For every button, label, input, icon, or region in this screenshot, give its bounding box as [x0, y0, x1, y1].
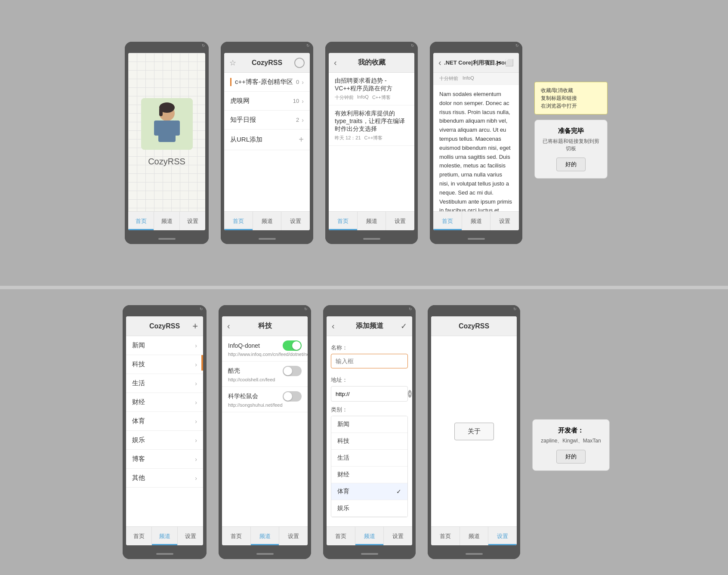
channel-news[interactable]: 新闻 › [126, 336, 203, 355]
feed-item-1[interactable]: 由招聘要求看趋势 - VC++程序员路在何方 十分钟前 InfoQ C++博客 [329, 73, 414, 105]
dialog-ok-btn[interactable]: 好的 [556, 158, 586, 171]
back-btn-7[interactable]: ‹ [332, 321, 335, 331]
channel-squirrel[interactable]: 科学松鼠会 http://songshuhui.net/feed [222, 387, 308, 412]
channel-detail-content: InfoQ-donet http://www.infoq.com/cn/feed… [222, 336, 308, 526]
nav-settings-8[interactable]: 设置 [488, 527, 517, 545]
nav-settings-3[interactable]: 设置 [386, 212, 414, 230]
nav-channel-5[interactable]: 频道 [152, 527, 178, 545]
dev-content: zapline、Kingwl、MaxTan [540, 437, 602, 445]
svg-rect-2 [158, 121, 176, 142]
bottom-nav-2: 首页 频道 设置 [224, 211, 310, 230]
nav-settings-5[interactable]: 设置 [178, 527, 203, 545]
address-label: 地址： [331, 376, 408, 384]
channel-list-title: CozyRSS [149, 322, 180, 330]
list-item-add-url[interactable]: 从URL添加 + [224, 130, 310, 150]
scissors-icon[interactable]: ✂ [496, 59, 502, 67]
nav-settings-4[interactable]: 设置 [490, 212, 519, 230]
channel-life[interactable]: 生活 › [126, 374, 203, 393]
nav-home-2[interactable]: 首页 [224, 212, 253, 230]
nav-home-1[interactable]: 首页 [128, 212, 154, 230]
about-button[interactable]: 关于 [454, 423, 494, 440]
address-input[interactable] [336, 391, 408, 397]
dev-ok-btn[interactable]: 好的 [556, 450, 586, 464]
feed-title-2: 有效利用标准库提供的type_traits，让程序在编译时作出分支选择 [335, 110, 408, 133]
channel-list-content: 新闻 › 科技 › 生活 › [126, 336, 203, 526]
channel-infoq[interactable]: InfoQ-donet http://www.infoq.com/cn/feed… [222, 336, 308, 362]
infoq-name: InfoQ-donet [228, 342, 260, 349]
list-item-huxiu[interactable]: 虎嗅网 10 › [224, 92, 310, 111]
channel-finance[interactable]: 财经 › [126, 393, 203, 412]
feed-item-2[interactable]: 有效利用标准库提供的type_traits，让程序在编译时作出分支选择 昨天 1… [329, 105, 414, 146]
nav-home-3[interactable]: 首页 [329, 212, 358, 230]
nav-home-6[interactable]: 首页 [222, 527, 251, 545]
nav-home-8[interactable]: 首页 [431, 527, 460, 545]
list-label-2: 知乎日报 [230, 116, 256, 124]
squirrel-toggle[interactable] [283, 391, 302, 402]
nav-channel-2[interactable]: 频道 [253, 212, 282, 230]
back-btn-3[interactable]: ‹ [334, 58, 337, 68]
cat-sports[interactable]: 体育 ✓ [331, 483, 407, 500]
svg-rect-3 [154, 121, 160, 136]
phone-4: ↻ ‹ .NET Core|利用项目.json ☆ ✂ ⬜ 十分钟前 In [430, 42, 522, 244]
cat-tech[interactable]: 科技 [331, 433, 407, 450]
channel-blog[interactable]: 博客 › [126, 450, 203, 469]
cat-entertainment-label: 娱乐 [337, 504, 349, 512]
status-bar-5: ↻ [123, 305, 207, 313]
nav-settings-1[interactable]: 设置 [180, 212, 205, 230]
back-btn-6[interactable]: ‹ [227, 321, 230, 331]
channel-tech[interactable]: 科技 › [126, 355, 203, 374]
nav-channel-3[interactable]: 频道 [358, 212, 386, 230]
back-btn-4[interactable]: ‹ [438, 58, 441, 68]
channel-sports[interactable]: 体育 › [126, 412, 203, 431]
list-item-cpp[interactable]: c++博客-原创精华区 0 › [224, 73, 310, 92]
home-indicator-1 [158, 238, 176, 240]
phone-bottom-1 [125, 234, 209, 244]
settings-content: 关于 [431, 336, 517, 526]
bottom-nav-3: 首页 频道 设置 [329, 211, 414, 230]
screen-header-7: ‹ 添加频道 ✓ [327, 316, 412, 336]
cat-finance[interactable]: 财经 [331, 467, 407, 483]
chevron-1: › [302, 98, 304, 105]
name-input[interactable] [331, 354, 408, 368]
address-input-wrapper: ✕ [331, 386, 408, 402]
star-icon-header[interactable]: ☆ [229, 58, 236, 68]
confirm-btn[interactable]: ✓ [401, 322, 407, 331]
coolshell-url: http://coolshell.cn/feed [228, 377, 302, 382]
phone-bottom-7 [323, 549, 416, 559]
nav-channel-1[interactable]: 频道 [154, 212, 180, 230]
feed-time-1: 十分钟前 [335, 94, 354, 101]
channel-entertainment[interactable]: 娱乐 › [126, 431, 203, 450]
nav-settings-7[interactable]: 设置 [384, 527, 412, 545]
nav-channel-4[interactable]: 频道 [462, 212, 491, 230]
add-channel-btn[interactable]: + [192, 321, 198, 332]
cat-entertainment[interactable]: 娱乐 [331, 500, 407, 517]
logo-image [141, 98, 193, 150]
channel-other[interactable]: 其他 › [126, 469, 203, 488]
nav-settings-2[interactable]: 设置 [281, 212, 310, 230]
feed-source-1: InfoQ [357, 94, 369, 101]
nav-channel-7[interactable]: 频道 [355, 527, 384, 545]
clear-address-btn[interactable]: ✕ [408, 390, 412, 398]
cat-news[interactable]: 新闻 [331, 416, 407, 433]
cat-tech-label: 科技 [337, 437, 349, 445]
channel-detail-title: 科技 [258, 322, 272, 331]
nav-home-5[interactable]: 首页 [126, 527, 152, 545]
list-item-zhihu[interactable]: 知乎日报 2 › [224, 111, 310, 130]
orange-indicator-0 [230, 78, 231, 86]
nav-home-7[interactable]: 首页 [327, 527, 355, 545]
cat-life[interactable]: 生活 [331, 450, 407, 467]
star-icon-article[interactable]: ☆ [487, 59, 493, 67]
cat-life-label: 生活 [337, 454, 349, 462]
category-list: 新闻 科技 生活 财经 体育 ✓ [331, 416, 408, 517]
nav-channel-6[interactable]: 频道 [251, 527, 280, 545]
circle-icon[interactable] [294, 58, 305, 68]
share-icon[interactable]: ⬜ [505, 59, 514, 67]
nav-settings-6[interactable]: 设置 [279, 527, 308, 545]
status-bar-3: ↻ [325, 42, 418, 49]
coolshell-toggle[interactable] [283, 366, 302, 376]
nav-home-4[interactable]: 首页 [433, 212, 462, 230]
plus-icon-list: + [299, 135, 304, 145]
infoq-toggle[interactable] [283, 340, 302, 351]
channel-coolshell[interactable]: 酷壳 http://coolshell.cn/feed [222, 362, 308, 387]
nav-channel-8[interactable]: 频道 [460, 527, 489, 545]
